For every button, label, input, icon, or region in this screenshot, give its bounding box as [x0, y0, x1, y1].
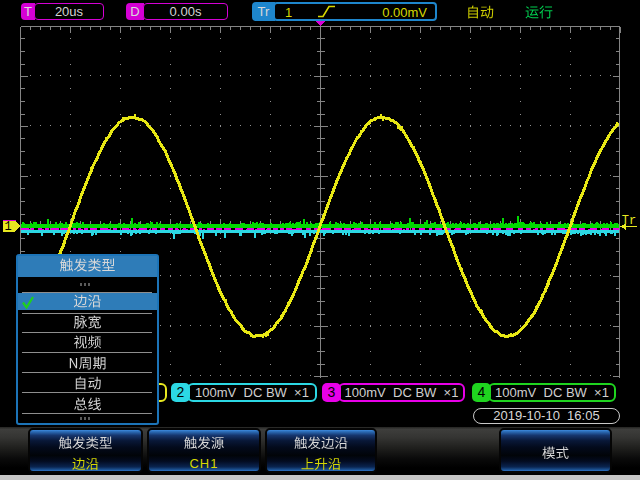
svg-text:1: 1: [4, 220, 11, 234]
